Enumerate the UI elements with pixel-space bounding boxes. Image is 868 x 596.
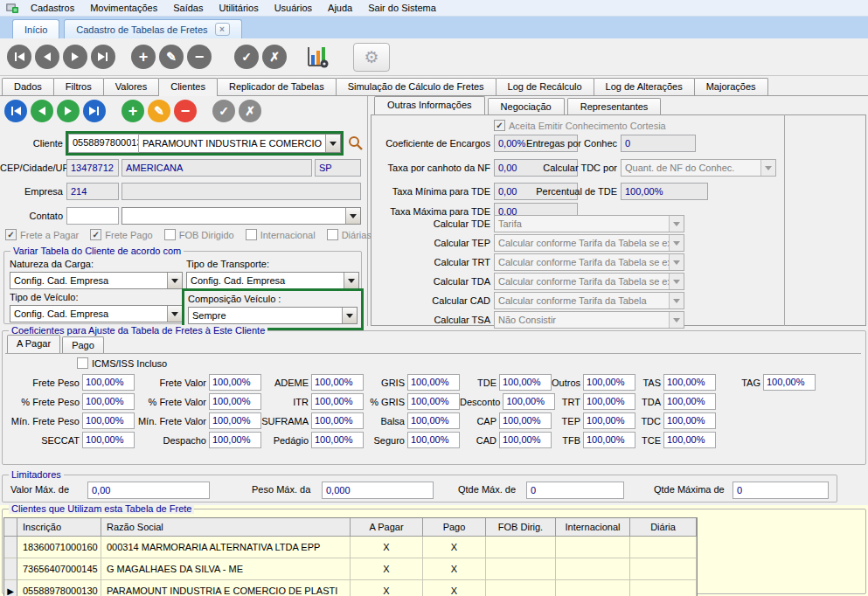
coef-input[interactable]: 100,00% xyxy=(763,374,816,391)
coef-input[interactable]: 100,00% xyxy=(583,432,635,448)
add-client-button[interactable]: + xyxy=(122,100,144,122)
cancel-button[interactable]: ✗ xyxy=(262,45,287,69)
checkbox[interactable] xyxy=(327,229,338,240)
module-tab[interactable]: Valores xyxy=(103,78,159,95)
coef-input[interactable]: 100,00% xyxy=(82,374,135,391)
last-record-button[interactable] xyxy=(91,45,115,69)
coef-input[interactable]: 100,00% xyxy=(407,412,460,429)
qtde-max-input[interactable]: 0 xyxy=(526,482,624,499)
prev-client-button[interactable] xyxy=(31,100,53,122)
module-tab[interactable]: Replicador de Tabelas xyxy=(217,78,337,95)
checkbox[interactable] xyxy=(164,229,176,240)
menu-item[interactable]: Saídas xyxy=(165,1,211,15)
coef-input[interactable]: 100,00% xyxy=(209,432,261,448)
checkbox[interactable] xyxy=(494,120,505,131)
coef-input[interactable]: 100,00% xyxy=(663,374,716,391)
calc-tep-combo[interactable]: Calcular conforme Tarifa da Tabela se ex… xyxy=(494,234,684,252)
remove-client-button[interactable]: − xyxy=(174,100,197,122)
prev-record-button[interactable] xyxy=(35,45,59,69)
cliente-code-input[interactable]: 05588978000130 xyxy=(68,134,139,153)
coef-input[interactable]: 100,00% xyxy=(499,432,552,448)
edit-client-button[interactable]: ✎ xyxy=(148,100,170,122)
qtde-maxima-input[interactable]: 0 xyxy=(733,482,829,499)
settings-button[interactable]: ⚙ xyxy=(353,43,390,72)
confirm-client-button[interactable]: ✓ xyxy=(212,100,235,122)
chevron-down-icon[interactable] xyxy=(345,208,360,224)
info-tab[interactable]: Representantes xyxy=(567,98,662,115)
col-inscricao[interactable]: Inscrição xyxy=(17,518,101,537)
calc-tdc-combo[interactable]: Quant. de NF do Conhec. xyxy=(621,159,776,177)
first-client-button[interactable] xyxy=(4,100,27,122)
module-tab[interactable]: Majorações xyxy=(694,78,768,95)
menu-item[interactable]: Usuários xyxy=(267,1,320,15)
coef-input[interactable]: 100,00% xyxy=(311,393,364,410)
coef-input[interactable]: 100,00% xyxy=(583,412,635,429)
coef-input[interactable]: 100,00% xyxy=(311,374,364,391)
tab-inicio[interactable]: Início xyxy=(12,19,59,38)
table-row[interactable]: 05588978000130 PARAMOUNT INDUSTRIA E COM… xyxy=(4,580,697,596)
coef-input[interactable]: 100,00% xyxy=(82,412,135,429)
contato-combo[interactable] xyxy=(122,207,361,225)
coef-tab[interactable]: Pago xyxy=(62,336,104,353)
coef-input[interactable]: 100,00% xyxy=(407,374,460,391)
coef-input[interactable]: 100,00% xyxy=(499,412,552,429)
coef-input[interactable]: 100,00% xyxy=(583,393,635,410)
module-tab[interactable]: Dados xyxy=(2,78,54,95)
tab-cadastro-tabelas-fretes[interactable]: Cadastro de Tabelas de Fretes × xyxy=(64,19,241,38)
coef-input[interactable]: 100,00% xyxy=(82,432,135,448)
menu-item[interactable]: Sair do Sistema xyxy=(360,1,444,15)
coef-input[interactable]: 100,00% xyxy=(503,393,555,410)
next-record-button[interactable] xyxy=(63,45,87,69)
chevron-down-icon[interactable] xyxy=(167,273,182,288)
tipo-veiculo-combo[interactable]: Config. Cad. Empresa xyxy=(10,305,183,322)
coef-input[interactable]: 100,00% xyxy=(583,374,635,391)
checkbox[interactable] xyxy=(246,229,257,240)
contato-code-input[interactable] xyxy=(66,207,119,225)
calc-trt-combo[interactable]: Calcular conforme Tarifa da Tabela se ex… xyxy=(494,253,684,271)
chevron-down-icon[interactable] xyxy=(325,135,340,152)
coef-tab[interactable]: A Pagar xyxy=(7,335,60,353)
chevron-down-icon[interactable] xyxy=(167,306,182,322)
col-internacional[interactable]: Internacional xyxy=(556,518,630,537)
checkbox[interactable] xyxy=(90,229,101,240)
add-button[interactable]: + xyxy=(131,45,156,69)
coef-input[interactable]: 100,00% xyxy=(663,412,716,429)
calc-tsa-combo[interactable]: Não Consistir xyxy=(494,311,684,329)
calc-tda-combo[interactable]: Calcular conforme Tarifa da Tabela se ex… xyxy=(494,273,684,290)
col-fob-dirig[interactable]: FOB Dirig. xyxy=(486,518,556,537)
confirm-button[interactable]: ✓ xyxy=(234,45,259,69)
coef-input[interactable]: 100,00% xyxy=(311,412,364,429)
table-row[interactable]: 18360071000160 000314 MARMORARIA ALTERNA… xyxy=(4,537,697,558)
coef-input[interactable]: 100,00% xyxy=(407,393,460,410)
col-razao-social[interactable]: Razão Social xyxy=(101,518,351,537)
close-tab-icon[interactable]: × xyxy=(215,23,230,36)
tipo-transporte-combo[interactable]: Config. Cad. Empresa xyxy=(186,272,359,289)
module-tab[interactable]: Log de Recálculo xyxy=(496,78,594,95)
edit-button[interactable]: ✎ xyxy=(159,45,184,69)
last-client-button[interactable] xyxy=(83,100,106,122)
info-tab[interactable]: Outras Informações xyxy=(374,96,485,115)
checkbox[interactable] xyxy=(5,229,17,240)
valor-max-input[interactable]: 0,00 xyxy=(87,482,210,499)
chevron-down-icon[interactable] xyxy=(344,273,358,288)
coef-input[interactable]: 100,00% xyxy=(663,432,716,448)
composicao-veiculo-combo[interactable]: Sempre xyxy=(188,307,358,324)
col-pago[interactable]: Pago xyxy=(423,518,486,537)
module-tab[interactable]: Simulação de Cálculo de Fretes xyxy=(336,78,496,95)
coef-input[interactable]: 100,00% xyxy=(209,374,261,391)
calc-tde-combo[interactable]: Tarifa xyxy=(494,215,684,232)
cancel-client-button[interactable]: ✗ xyxy=(239,100,261,122)
menu-item[interactable]: Cadastros xyxy=(23,1,82,15)
table-row[interactable]: 73656407000145 G MAGALHAES DA SILVA - ME… xyxy=(4,558,697,580)
coef-input[interactable]: 100,00% xyxy=(82,393,135,410)
first-record-button[interactable] xyxy=(7,45,31,69)
chart-report-button[interactable] xyxy=(304,44,330,70)
info-tab[interactable]: Negociação xyxy=(488,98,565,115)
coef-input[interactable]: 100,00% xyxy=(499,374,552,391)
next-client-button[interactable] xyxy=(57,100,80,122)
module-tab[interactable]: Filtros xyxy=(53,78,104,95)
coef-input[interactable]: 100,00% xyxy=(407,432,460,448)
coef-input[interactable]: 100,00% xyxy=(311,432,364,448)
chevron-down-icon[interactable] xyxy=(342,308,357,323)
module-tab[interactable]: Log de Alterações xyxy=(594,78,695,95)
